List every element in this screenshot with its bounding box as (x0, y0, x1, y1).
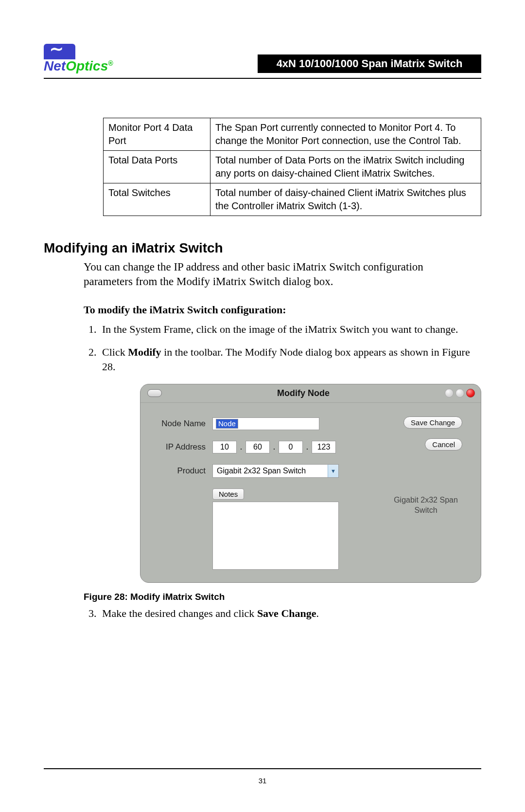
step-2: 2.Click Modify in the toolbar. The Modif… (102, 345, 472, 374)
step-text-bold: Save Change (257, 607, 316, 619)
table-cell-term: Monitor Port 4 Data Port (104, 118, 210, 151)
window-button-icon[interactable] (455, 389, 464, 397)
ip-octet-2[interactable]: 60 (245, 441, 270, 453)
step-text-pre: Click (102, 346, 128, 358)
table-cell-desc: Total number of Data Ports on the iMatri… (210, 151, 481, 183)
dialog-title: Modify Node (162, 388, 445, 398)
dialog-button-column: Save Change Cancel (403, 416, 462, 451)
step-number: 1. (88, 322, 102, 337)
figure-caption: Figure 28: Modify iMatrix Switch (84, 592, 481, 602)
ip-dot: . (303, 443, 312, 451)
page-header: NetOptics® 4xN 10/100/1000 Span iMatrix … (44, 44, 481, 73)
logo-swoosh-icon (44, 44, 75, 59)
logo-text: NetOptics® (44, 59, 119, 73)
header-title-bar: 4xN 10/100/1000 Span iMatrix Switch (258, 54, 481, 73)
section-heading: Modifying an iMatrix Switch (44, 240, 481, 256)
document-page: NetOptics® 4xN 10/100/1000 Span iMatrix … (0, 0, 525, 812)
node-name-input[interactable]: Node (212, 417, 319, 430)
chevron-down-icon: ▼ (328, 465, 338, 477)
step-text: In the System Frame, click on the image … (102, 323, 458, 335)
intro-paragraph: You can change the IP address and other … (84, 260, 472, 289)
window-button-icon[interactable] (445, 389, 454, 397)
node-name-value-selected: Node (216, 419, 238, 429)
step-text-pre: Make the desired changes and click (102, 607, 257, 619)
step-number: 3. (88, 606, 102, 621)
table-row: Monitor Port 4 Data Port The Span Port c… (104, 118, 481, 151)
node-name-label: Node Name (154, 419, 212, 429)
step-text-post: . (316, 607, 319, 619)
page-number: 31 (0, 776, 525, 785)
ip-address-input[interactable]: 10 . 60 . 0 . 123 (212, 441, 336, 453)
product-label: Product (154, 466, 212, 476)
close-icon[interactable] (466, 389, 475, 397)
ip-octet-3[interactable]: 0 (279, 441, 303, 453)
save-change-button[interactable]: Save Change (403, 416, 462, 429)
logo-registered: ® (108, 59, 113, 67)
dialog-handle-icon (147, 389, 162, 397)
table-cell-term: Total Data Ports (104, 151, 210, 183)
modify-node-dialog: Modify Node Save Change Cancel Node Name… (140, 384, 481, 583)
logo: NetOptics® (44, 44, 119, 73)
notes-textarea[interactable] (212, 502, 339, 570)
ip-address-label: IP Address (154, 442, 212, 452)
step-1: 1.In the System Frame, click on the imag… (102, 322, 472, 337)
procedure-heading: To modify the iMatrix Switch configurati… (84, 304, 481, 316)
dialog-body: Save Change Cancel Node Name Node IP Add… (140, 403, 481, 582)
table-row: Total Switches Total number of daisy-cha… (104, 183, 481, 216)
ip-dot: . (237, 443, 245, 451)
ip-octet-4[interactable]: 123 (312, 441, 336, 453)
ip-octet-1[interactable]: 10 (212, 441, 237, 453)
step-text-bold: Modify (128, 346, 161, 358)
product-select[interactable]: Gigabit 2x32 Span Switch ▼ (212, 464, 339, 478)
cancel-button[interactable]: Cancel (425, 438, 462, 451)
footer-rule (44, 768, 481, 769)
notes-label: Notes (212, 488, 244, 500)
product-caption: Gigabit 2x32 Span Switch (385, 495, 467, 516)
product-row: Product Gigabit 2x32 Span Switch ▼ (154, 464, 467, 478)
step-3: 3.Make the desired changes and click Sav… (102, 606, 472, 621)
figure-caption-title: Modify iMatrix Switch (130, 592, 225, 602)
product-value: Gigabit 2x32 Span Switch (217, 467, 306, 475)
definitions-table: Monitor Port 4 Data Port The Span Port c… (103, 118, 481, 216)
table-row: Total Data Ports Total number of Data Po… (104, 151, 481, 183)
logo-net: Net (44, 58, 66, 73)
table-cell-term: Total Switches (104, 183, 210, 216)
ip-dot: . (270, 443, 279, 451)
header-rule (44, 78, 481, 79)
logo-optics: Optics (66, 58, 108, 73)
figure-caption-label: Figure 28: (84, 592, 130, 602)
step-number: 2. (88, 345, 102, 360)
table-cell-desc: Total number of daisy-chained Client iMa… (210, 183, 481, 216)
table-cell-desc: The Span Port currently connected to Mon… (210, 118, 481, 151)
dialog-titlebar: Modify Node (140, 384, 481, 403)
window-controls (445, 389, 475, 397)
